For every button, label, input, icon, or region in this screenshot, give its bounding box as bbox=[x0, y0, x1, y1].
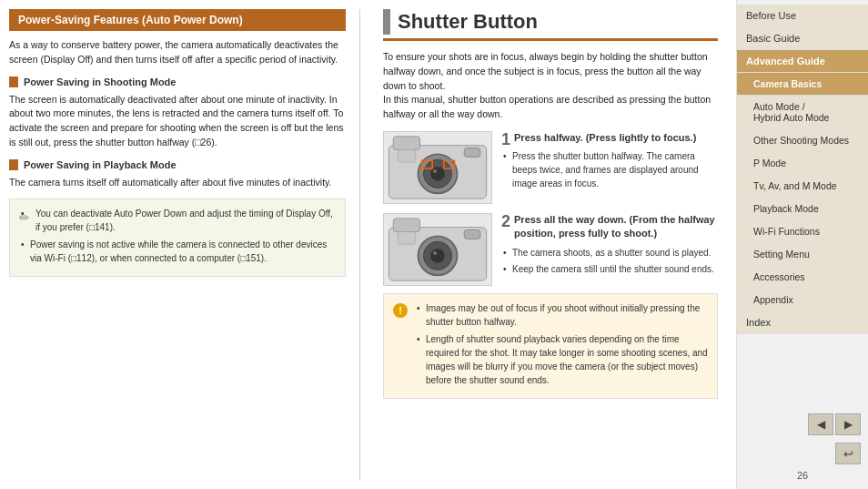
shooting-icon bbox=[9, 76, 18, 87]
intro-text: As a way to conserve battery power, the … bbox=[9, 38, 346, 67]
sidebar-item-advanced-guide[interactable]: Advanced Guide bbox=[737, 50, 868, 73]
step-2-body: The camera shoots, as a shutter sound is… bbox=[501, 246, 718, 276]
nav-row2: ↩ bbox=[737, 437, 868, 468]
sidebar-item-playback[interactable]: Playback Mode bbox=[737, 198, 868, 220]
sidebar-item-appendix[interactable]: Appendix bbox=[737, 289, 868, 311]
step-1: 1 Press halfway. (Press lightly to focus… bbox=[383, 131, 718, 204]
step-2-title: 2 Press all the way down. (From the half… bbox=[501, 213, 718, 241]
sidebar-item-before-use[interactable]: Before Use bbox=[737, 5, 868, 27]
step-1-image bbox=[383, 131, 492, 204]
sidebar-item-setting-menu[interactable]: Setting Menu bbox=[737, 243, 868, 266]
playback-icon bbox=[9, 159, 18, 170]
title-bar-icon bbox=[383, 9, 390, 35]
step-2-content: 2 Press all the way down. (From the half… bbox=[501, 213, 718, 279]
svg-rect-11 bbox=[393, 219, 419, 232]
sidebar-item-auto-mode[interactable]: Auto Mode /Hybrid Auto Mode bbox=[737, 96, 868, 129]
step-1-content: 1 Press halfway. (Press lightly to focus… bbox=[501, 131, 718, 193]
note-item: You can deactivate Auto Power Down and a… bbox=[30, 207, 336, 234]
sidebar-item-basic-guide[interactable]: Basic Guide bbox=[737, 27, 868, 50]
shutter-intro: To ensure your shots are in focus, alway… bbox=[383, 50, 718, 122]
sidebar-item-accessories[interactable]: Accessories bbox=[737, 266, 868, 289]
page-number: 26 bbox=[737, 468, 868, 484]
warning-box: ! Images may be out of focus if you shoo… bbox=[383, 293, 718, 399]
next-button[interactable]: ▶ bbox=[835, 413, 861, 435]
nav-row: ◀ ▶ bbox=[737, 410, 868, 437]
warning-icon: ! bbox=[393, 303, 408, 318]
step-1-title: 1 Press halfway. (Press lightly to focus… bbox=[501, 131, 718, 145]
svg-rect-1 bbox=[393, 137, 419, 150]
svg-rect-16 bbox=[464, 229, 480, 239]
playback-body: The camera turns itself off automaticall… bbox=[9, 176, 346, 190]
section-header: Power-Saving Features (Auto Power Down) bbox=[9, 9, 346, 31]
warning-item: Images may be out of focus if you shoot … bbox=[426, 301, 708, 329]
sidebar-item-index[interactable]: Index bbox=[737, 311, 868, 334]
svg-rect-17 bbox=[398, 231, 416, 244]
sidebar-item-wifi[interactable]: Wi-Fi Functions bbox=[737, 220, 868, 243]
center-divider bbox=[359, 9, 360, 480]
note-list: You can deactivate Auto Power Down and a… bbox=[19, 207, 336, 265]
svg-rect-6 bbox=[464, 148, 480, 157]
step-1-body: Press the shutter button halfway. The ca… bbox=[501, 149, 718, 190]
shooting-body: The screen is automatically deactivated … bbox=[9, 93, 346, 150]
sidebar-item-p-mode[interactable]: P Mode bbox=[737, 152, 868, 175]
prev-button[interactable]: ◀ bbox=[808, 413, 833, 435]
right-panel: Shutter Button To ensure your shots are … bbox=[374, 9, 727, 480]
sidebar-item-camera-basics[interactable]: Camera Basics bbox=[737, 73, 868, 96]
left-panel: Power-Saving Features (Auto Power Down) … bbox=[9, 9, 346, 480]
note-box: ✏ You can deactivate Auto Power Down and… bbox=[9, 199, 346, 277]
sidebar-item-tv-av-m[interactable]: Tv, Av, and M Mode bbox=[737, 175, 868, 198]
shooting-mode-header: Power Saving in Shooting Mode bbox=[9, 76, 346, 87]
sidebar: Before Use Basic Guide Advanced Guide Ca… bbox=[736, 0, 868, 489]
home-button[interactable]: ↩ bbox=[835, 443, 861, 464]
shutter-title: Shutter Button bbox=[383, 9, 718, 41]
shutter-steps: 1 Press halfway. (Press lightly to focus… bbox=[383, 131, 718, 286]
warning-list: Images may be out of focus if you shoot … bbox=[415, 301, 708, 391]
warning-item: Length of shutter sound playback varies … bbox=[426, 332, 708, 387]
svg-point-5 bbox=[433, 169, 437, 173]
sidebar-bottom: ◀ ▶ ↩ 26 bbox=[737, 410, 868, 484]
svg-point-14 bbox=[430, 249, 445, 263]
step-2-image bbox=[383, 213, 492, 286]
svg-rect-7 bbox=[398, 149, 416, 162]
playback-mode-header: Power Saving in Playback Mode bbox=[9, 159, 346, 170]
step-2: 2 Press all the way down. (From the half… bbox=[383, 213, 718, 286]
note-item: Power saving is not active while the cam… bbox=[30, 238, 336, 265]
svg-point-15 bbox=[433, 251, 437, 255]
sidebar-item-other-shooting[interactable]: Other Shooting Modes bbox=[737, 129, 868, 152]
